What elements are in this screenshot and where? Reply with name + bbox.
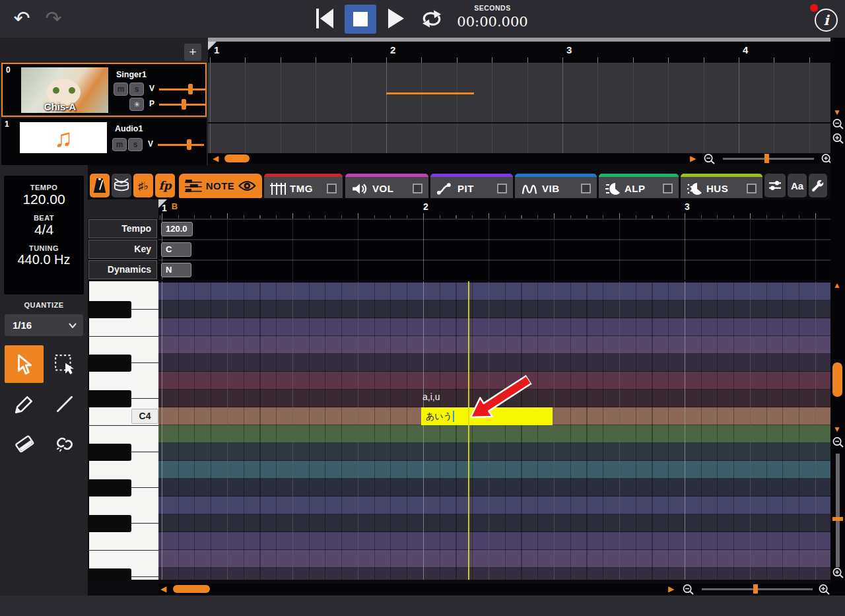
pitch-row-A#3[interactable] bbox=[158, 443, 830, 461]
pitch-row-E4[interactable] bbox=[158, 336, 830, 354]
pitch-row-F3[interactable] bbox=[158, 532, 830, 550]
zoom-in-icon[interactable] bbox=[832, 567, 845, 578]
scroll-down-icon[interactable]: ▼ bbox=[833, 108, 841, 117]
tab-vol[interactable]: VOL bbox=[345, 174, 428, 198]
zoom-in-icon[interactable] bbox=[832, 133, 845, 144]
piano-roll-ruler[interactable]: 1B23 bbox=[158, 199, 830, 219]
eraser-tool-button[interactable] bbox=[5, 425, 44, 462]
tab-checkbox[interactable] bbox=[327, 184, 337, 193]
tab-checkbox[interactable] bbox=[581, 184, 591, 193]
track-singer[interactable]: 0 Chis-A Singer1 m s V ✳ P bbox=[1, 63, 207, 117]
pitch-row-G4[interactable] bbox=[158, 283, 830, 300]
mixer-sliders-button[interactable] bbox=[764, 174, 786, 197]
pitch-row-F#4[interactable] bbox=[158, 300, 830, 318]
skip-to-start-button[interactable] bbox=[315, 7, 335, 33]
piano-key-D#3[interactable] bbox=[89, 568, 131, 580]
pitch-row-F4[interactable] bbox=[158, 318, 830, 336]
visibility-eye-icon[interactable] bbox=[238, 180, 256, 192]
select-tool-button[interactable] bbox=[5, 345, 44, 383]
piano-key-A#3[interactable] bbox=[89, 444, 131, 461]
param-value-key[interactable]: C bbox=[161, 242, 191, 257]
tab-hus[interactable]: HUS bbox=[681, 174, 762, 198]
param-value-dynamics[interactable]: N bbox=[161, 263, 191, 277]
volume-slider[interactable] bbox=[158, 144, 204, 146]
singer-clip[interactable] bbox=[386, 92, 474, 94]
song-settings-box[interactable]: TEMPO 120.00 BEAT 4/4 TUNING 440.0 Hz bbox=[4, 176, 84, 294]
line-tool-button[interactable] bbox=[45, 385, 84, 423]
arrange-ruler[interactable]: 1234 bbox=[208, 42, 830, 63]
text-style-button[interactable]: Aa bbox=[788, 174, 807, 197]
pitch-row-D#4[interactable] bbox=[158, 354, 830, 372]
pan-slider-thumb[interactable] bbox=[182, 99, 186, 110]
vzoom-slider-thumb[interactable] bbox=[832, 517, 843, 521]
zoom-in-icon[interactable] bbox=[818, 584, 831, 595]
piano-roll-grid[interactable]: a,i,u あいう bbox=[158, 281, 830, 580]
unlink-tool-button[interactable] bbox=[45, 425, 84, 462]
undo-icon[interactable]: ↶ bbox=[11, 7, 33, 30]
add-track-button[interactable]: + bbox=[184, 44, 201, 61]
quantize-dropdown[interactable]: 1/16 bbox=[5, 314, 83, 336]
pitch-row-B3[interactable] bbox=[158, 425, 830, 443]
redo-icon[interactable]: ↷ bbox=[42, 7, 65, 30]
tab-alp[interactable]: ALP bbox=[599, 174, 679, 198]
hscroll-thumb[interactable] bbox=[173, 585, 210, 593]
mute-button[interactable]: m bbox=[114, 83, 128, 96]
mute-button[interactable]: m bbox=[112, 138, 127, 151]
arrange-grid[interactable] bbox=[208, 63, 830, 153]
stop-button[interactable] bbox=[345, 5, 376, 34]
section-marker[interactable]: B bbox=[172, 201, 178, 211]
volume-slider-thumb[interactable] bbox=[188, 84, 193, 94]
piano-keyboard[interactable]: C4 bbox=[88, 281, 158, 580]
settings-wrench-button[interactable] bbox=[809, 174, 827, 197]
marquee-select-tool-button[interactable] bbox=[45, 345, 84, 383]
scroll-left-icon[interactable]: ◀ bbox=[213, 154, 219, 163]
pitch-row-G#3[interactable] bbox=[158, 479, 830, 496]
param-value-tempo[interactable]: 120.0 bbox=[161, 222, 193, 236]
audio-thumbnail[interactable]: ♫ bbox=[20, 122, 107, 153]
vscroll-thumb[interactable] bbox=[832, 362, 842, 397]
pitch-row-A3[interactable] bbox=[158, 461, 830, 479]
tab-checkbox[interactable] bbox=[747, 184, 757, 193]
pitch-row-D#3[interactable] bbox=[158, 568, 830, 580]
loop-button[interactable] bbox=[421, 9, 443, 32]
parameter-timeline[interactable] bbox=[158, 219, 830, 280]
track-audio[interactable]: 1 ♫ Audio1 m s V bbox=[1, 118, 207, 165]
piano-key-F#3[interactable] bbox=[89, 515, 131, 532]
piano-key-C#4[interactable] bbox=[89, 390, 131, 407]
zoom-out-icon[interactable] bbox=[832, 118, 845, 129]
play-button[interactable] bbox=[386, 7, 405, 33]
snap-button[interactable]: ✳ bbox=[129, 98, 144, 111]
scroll-right-icon[interactable]: ▶ bbox=[668, 584, 674, 594]
zoom-out-icon[interactable] bbox=[682, 584, 695, 595]
volume-slider[interactable] bbox=[159, 88, 205, 90]
hscroll-thumb[interactable] bbox=[224, 154, 250, 162]
zoom-slider-thumb[interactable] bbox=[764, 154, 769, 163]
accidentals-button[interactable]: ♯♭ bbox=[133, 174, 153, 197]
pencil-tool-button[interactable] bbox=[5, 385, 44, 423]
zoom-out-icon[interactable] bbox=[703, 153, 716, 164]
pitch-row-F#3[interactable] bbox=[158, 514, 830, 532]
tab-pit[interactable]: PIT bbox=[430, 174, 513, 198]
zoom-slider-thumb[interactable] bbox=[753, 584, 758, 594]
time-unit-label[interactable]: SECONDS bbox=[456, 4, 529, 12]
vzoom-slider[interactable] bbox=[836, 454, 840, 567]
solo-button[interactable]: s bbox=[128, 138, 143, 151]
dynamics-button[interactable]: fp bbox=[155, 174, 175, 197]
time-display[interactable]: 00:00.000 bbox=[456, 14, 529, 30]
scroll-left-icon[interactable]: ◀ bbox=[160, 584, 166, 594]
singer-avatar[interactable]: Chis-A bbox=[21, 67, 108, 113]
volume-slider-thumb[interactable] bbox=[187, 139, 191, 150]
tab-checkbox[interactable] bbox=[497, 184, 507, 193]
tab-tmg[interactable]: TMG bbox=[264, 174, 343, 198]
zoom-out-icon[interactable] bbox=[832, 436, 845, 448]
scroll-up-icon[interactable]: ▲ bbox=[833, 281, 841, 290]
info-button[interactable]: i bbox=[815, 9, 838, 32]
tab-checkbox[interactable] bbox=[413, 184, 422, 193]
piano-key-F#4[interactable] bbox=[89, 301, 131, 318]
tab-checkbox[interactable] bbox=[663, 184, 673, 193]
scroll-down-icon[interactable]: ▼ bbox=[833, 425, 841, 434]
piano-key-D#4[interactable] bbox=[89, 355, 131, 372]
tab-vib[interactable]: VIB bbox=[515, 174, 597, 198]
scroll-right-icon[interactable]: ▶ bbox=[690, 154, 696, 163]
solo-button[interactable]: s bbox=[129, 83, 144, 96]
